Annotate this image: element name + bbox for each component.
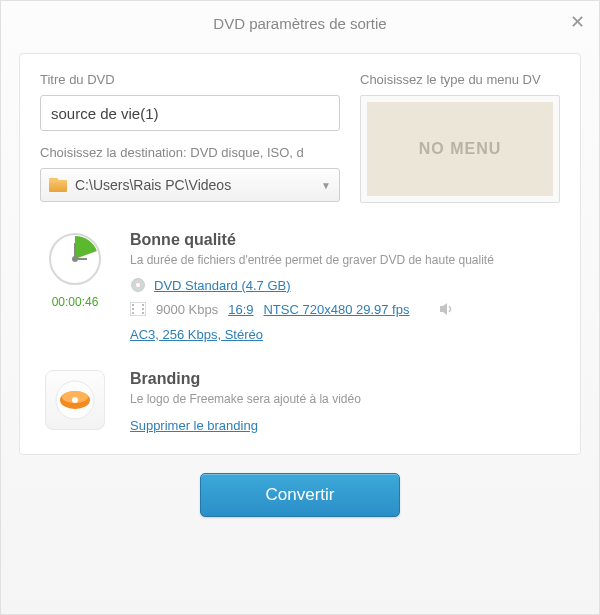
disc-spec-link[interactable]: DVD Standard (4.7 GB) [154, 278, 291, 293]
clock-icon [47, 231, 103, 287]
content-panel: Titre du DVD Choisissez la destination: … [19, 53, 581, 455]
menu-preview[interactable]: NO MENU [360, 95, 560, 203]
menu-type-label: Choisissez le type du menu DV [360, 72, 560, 87]
dvd-title-input[interactable] [40, 95, 340, 131]
svg-rect-9 [142, 308, 144, 310]
bitrate-text: 9000 Kbps [156, 302, 218, 317]
no-menu-thumbnail: NO MENU [367, 102, 553, 196]
duration-text: 00:00:46 [52, 295, 99, 309]
dvd-title-label: Titre du DVD [40, 72, 340, 87]
svg-rect-5 [132, 304, 134, 306]
no-menu-text: NO MENU [419, 140, 502, 158]
dvd-output-dialog: DVD paramètres de sortie ✕ Titre du DVD … [0, 0, 600, 615]
speaker-icon [439, 301, 455, 317]
video-std-link[interactable]: NTSC 720x480 29.97 fps [263, 302, 409, 317]
svg-rect-8 [142, 304, 144, 306]
close-icon[interactable]: ✕ [570, 13, 585, 31]
branding-title: Branding [130, 370, 560, 388]
audio-link[interactable]: AC3, 256 Kbps, Stéréo [130, 327, 263, 342]
film-icon [130, 301, 146, 317]
destination-value: C:\Users\Rais PC\Videos [75, 177, 313, 193]
destination-select[interactable]: C:\Users\Rais PC\Videos ▼ [40, 168, 340, 202]
svg-rect-7 [132, 312, 134, 314]
quality-title: Bonne qualité [130, 231, 560, 249]
svg-marker-11 [440, 303, 447, 315]
disc-icon [130, 277, 146, 293]
aspect-link[interactable]: 16:9 [228, 302, 253, 317]
quality-subtitle: La durée de fichiers d'entrée permet de … [130, 253, 560, 267]
branding-subtitle: Le logo de Freemake sera ajouté à la vid… [130, 392, 560, 406]
folder-icon [49, 178, 67, 192]
titlebar: DVD paramètres de sortie ✕ [1, 1, 599, 45]
svg-point-15 [72, 397, 78, 403]
svg-rect-10 [142, 312, 144, 314]
branding-section: Branding Le logo de Freemake sera ajouté… [40, 370, 560, 434]
destination-label: Choisissez la destination: DVD disque, I… [40, 145, 340, 160]
quality-section: 00:00:46 Bonne qualité La durée de fichi… [40, 231, 560, 342]
convert-button[interactable]: Convertir [200, 473, 400, 517]
branding-icon [45, 370, 105, 430]
svg-rect-6 [132, 308, 134, 310]
window-title: DVD paramètres de sortie [213, 15, 386, 32]
chevron-down-icon: ▼ [321, 180, 331, 191]
remove-branding-link[interactable]: Supprimer le branding [130, 418, 258, 433]
